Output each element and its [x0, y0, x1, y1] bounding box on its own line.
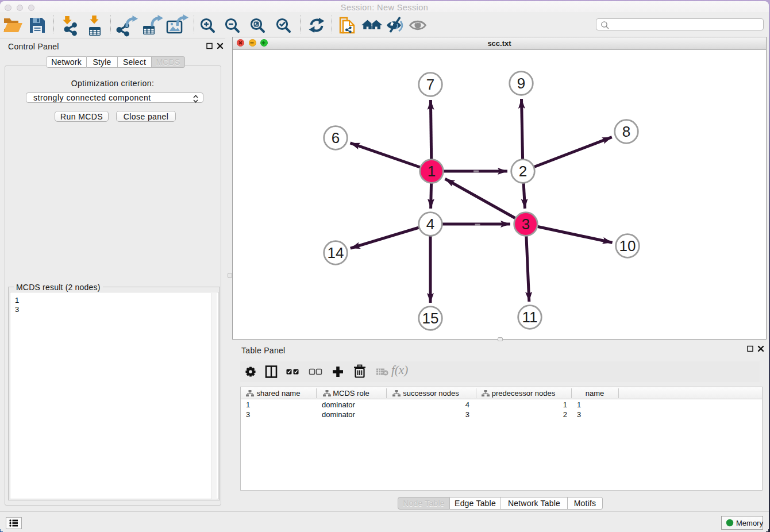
- svg-text:15: 15: [422, 310, 439, 327]
- svg-text:3: 3: [522, 215, 530, 233]
- svg-text:1: 1: [428, 163, 436, 180]
- svg-text:4: 4: [426, 215, 434, 233]
- svg-text:2: 2: [519, 163, 527, 180]
- svg-text:14: 14: [328, 244, 344, 261]
- svg-text:8: 8: [622, 123, 630, 140]
- svg-text:11: 11: [522, 309, 538, 326]
- svg-text:10: 10: [619, 237, 636, 255]
- svg-text:6: 6: [332, 129, 340, 147]
- svg-text:9: 9: [517, 75, 525, 92]
- svg-text:7: 7: [426, 76, 434, 93]
